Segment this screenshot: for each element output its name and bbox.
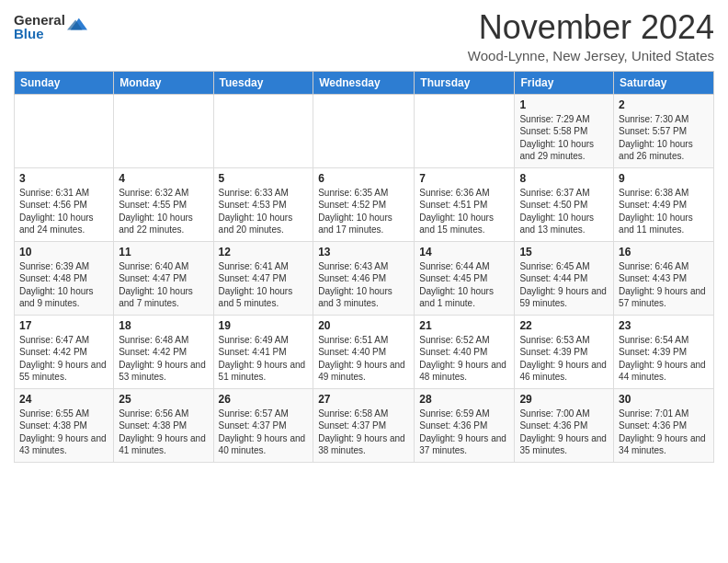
header: General Blue November 2024 Wood-Lynne, N… <box>14 9 714 63</box>
day-number: 6 <box>318 172 409 185</box>
day-number: 12 <box>219 246 309 259</box>
day-number: 19 <box>219 319 309 332</box>
day-info: Sunrise: 6:41 AM Sunset: 4:47 PM Dayligh… <box>219 260 309 310</box>
table-row: 10Sunrise: 6:39 AM Sunset: 4:48 PM Dayli… <box>15 241 114 315</box>
calendar-week-4: 17Sunrise: 6:47 AM Sunset: 4:42 PM Dayli… <box>15 315 714 388</box>
day-info: Sunrise: 7:29 AM Sunset: 5:58 PM Dayligh… <box>519 113 609 163</box>
logo: General Blue <box>14 13 87 40</box>
day-number: 13 <box>318 246 409 259</box>
day-info: Sunrise: 6:33 AM Sunset: 4:53 PM Dayligh… <box>219 187 309 236</box>
day-info: Sunrise: 7:30 AM Sunset: 5:57 PM Dayligh… <box>619 113 709 163</box>
table-row <box>313 94 415 167</box>
day-number: 24 <box>19 393 108 406</box>
table-row <box>15 94 114 167</box>
day-number: 10 <box>19 246 108 259</box>
day-number: 1 <box>519 98 609 111</box>
day-info: Sunrise: 6:52 AM Sunset: 4:40 PM Dayligh… <box>419 334 509 384</box>
day-info: Sunrise: 6:59 AM Sunset: 4:36 PM Dayligh… <box>419 408 509 457</box>
day-number: 29 <box>519 393 609 406</box>
table-row: 16Sunrise: 6:46 AM Sunset: 4:43 PM Dayli… <box>614 241 714 315</box>
day-info: Sunrise: 6:51 AM Sunset: 4:40 PM Dayligh… <box>318 334 409 384</box>
day-info: Sunrise: 6:46 AM Sunset: 4:43 PM Dayligh… <box>619 260 709 310</box>
location-title: Wood-Lynne, New Jersey, United States <box>468 48 714 63</box>
table-row: 27Sunrise: 6:58 AM Sunset: 4:37 PM Dayli… <box>313 388 415 462</box>
day-info: Sunrise: 6:38 AM Sunset: 4:49 PM Dayligh… <box>619 187 709 236</box>
day-info: Sunrise: 6:54 AM Sunset: 4:39 PM Dayligh… <box>619 334 709 384</box>
day-number: 27 <box>318 393 409 406</box>
calendar-week-5: 24Sunrise: 6:55 AM Sunset: 4:38 PM Dayli… <box>15 388 714 462</box>
day-number: 22 <box>519 319 609 332</box>
day-number: 16 <box>619 246 709 259</box>
table-row: 25Sunrise: 6:56 AM Sunset: 4:38 PM Dayli… <box>114 388 213 462</box>
col-friday: Friday <box>515 71 614 94</box>
table-row: 1Sunrise: 7:29 AM Sunset: 5:58 PM Daylig… <box>515 94 614 167</box>
day-number: 9 <box>619 172 709 185</box>
calendar-table: Sunday Monday Tuesday Wednesday Thursday… <box>14 71 714 463</box>
day-number: 21 <box>419 319 509 332</box>
day-number: 25 <box>119 393 208 406</box>
table-row: 29Sunrise: 7:00 AM Sunset: 4:36 PM Dayli… <box>515 388 614 462</box>
day-info: Sunrise: 6:53 AM Sunset: 4:39 PM Dayligh… <box>519 334 609 384</box>
col-tuesday: Tuesday <box>213 71 313 94</box>
table-row: 7Sunrise: 6:36 AM Sunset: 4:51 PM Daylig… <box>415 167 515 241</box>
col-saturday: Saturday <box>614 71 714 94</box>
logo-blue-text: Blue <box>14 27 65 40</box>
col-wednesday: Wednesday <box>313 71 415 94</box>
table-row: 21Sunrise: 6:52 AM Sunset: 4:40 PM Dayli… <box>415 315 515 388</box>
calendar-header-row: Sunday Monday Tuesday Wednesday Thursday… <box>15 71 714 94</box>
day-info: Sunrise: 7:01 AM Sunset: 4:36 PM Dayligh… <box>619 408 709 457</box>
day-info: Sunrise: 6:35 AM Sunset: 4:52 PM Dayligh… <box>318 187 409 236</box>
table-row: 8Sunrise: 6:37 AM Sunset: 4:50 PM Daylig… <box>515 167 614 241</box>
day-info: Sunrise: 6:39 AM Sunset: 4:48 PM Dayligh… <box>19 260 108 310</box>
table-row: 17Sunrise: 6:47 AM Sunset: 4:42 PM Dayli… <box>15 315 114 388</box>
table-row: 2Sunrise: 7:30 AM Sunset: 5:57 PM Daylig… <box>614 94 714 167</box>
calendar-week-2: 3Sunrise: 6:31 AM Sunset: 4:56 PM Daylig… <box>15 167 714 241</box>
table-row: 19Sunrise: 6:49 AM Sunset: 4:41 PM Dayli… <box>213 315 313 388</box>
day-number: 23 <box>619 319 709 332</box>
day-number: 26 <box>219 393 309 406</box>
table-row: 4Sunrise: 6:32 AM Sunset: 4:55 PM Daylig… <box>114 167 213 241</box>
day-info: Sunrise: 6:37 AM Sunset: 4:50 PM Dayligh… <box>519 187 609 236</box>
day-number: 7 <box>419 172 509 185</box>
day-info: Sunrise: 6:56 AM Sunset: 4:38 PM Dayligh… <box>119 408 208 457</box>
day-info: Sunrise: 6:44 AM Sunset: 4:45 PM Dayligh… <box>419 260 509 310</box>
table-row: 24Sunrise: 6:55 AM Sunset: 4:38 PM Dayli… <box>15 388 114 462</box>
day-info: Sunrise: 6:48 AM Sunset: 4:42 PM Dayligh… <box>119 334 208 384</box>
table-row: 12Sunrise: 6:41 AM Sunset: 4:47 PM Dayli… <box>213 241 313 315</box>
table-row: 14Sunrise: 6:44 AM Sunset: 4:45 PM Dayli… <box>415 241 515 315</box>
table-row: 26Sunrise: 6:57 AM Sunset: 4:37 PM Dayli… <box>213 388 313 462</box>
table-row: 20Sunrise: 6:51 AM Sunset: 4:40 PM Dayli… <box>313 315 415 388</box>
day-info: Sunrise: 7:00 AM Sunset: 4:36 PM Dayligh… <box>519 408 609 457</box>
day-info: Sunrise: 6:40 AM Sunset: 4:47 PM Dayligh… <box>119 260 208 310</box>
col-monday: Monday <box>114 71 213 94</box>
day-number: 5 <box>219 172 309 185</box>
day-number: 20 <box>318 319 409 332</box>
col-thursday: Thursday <box>415 71 515 94</box>
day-number: 8 <box>519 172 609 185</box>
day-number: 14 <box>419 246 509 259</box>
day-info: Sunrise: 6:32 AM Sunset: 4:55 PM Dayligh… <box>119 187 208 236</box>
table-row: 30Sunrise: 7:01 AM Sunset: 4:36 PM Dayli… <box>614 388 714 462</box>
day-number: 11 <box>119 246 208 259</box>
day-info: Sunrise: 6:47 AM Sunset: 4:42 PM Dayligh… <box>19 334 108 384</box>
table-row: 11Sunrise: 6:40 AM Sunset: 4:47 PM Dayli… <box>114 241 213 315</box>
col-sunday: Sunday <box>15 71 114 94</box>
table-row: 5Sunrise: 6:33 AM Sunset: 4:53 PM Daylig… <box>213 167 313 241</box>
table-row <box>213 94 313 167</box>
day-number: 28 <box>419 393 509 406</box>
day-number: 17 <box>19 319 108 332</box>
table-row: 15Sunrise: 6:45 AM Sunset: 4:44 PM Dayli… <box>515 241 614 315</box>
day-info: Sunrise: 6:55 AM Sunset: 4:38 PM Dayligh… <box>19 408 108 457</box>
table-row: 28Sunrise: 6:59 AM Sunset: 4:36 PM Dayli… <box>415 388 515 462</box>
table-row <box>415 94 515 167</box>
day-number: 15 <box>519 246 609 259</box>
table-row: 23Sunrise: 6:54 AM Sunset: 4:39 PM Dayli… <box>614 315 714 388</box>
table-row: 3Sunrise: 6:31 AM Sunset: 4:56 PM Daylig… <box>15 167 114 241</box>
logo-general-text: General <box>14 13 65 27</box>
day-number: 2 <box>619 98 709 111</box>
month-title: November 2024 <box>468 9 714 46</box>
table-row: 18Sunrise: 6:48 AM Sunset: 4:42 PM Dayli… <box>114 315 213 388</box>
day-number: 4 <box>119 172 208 185</box>
day-info: Sunrise: 6:43 AM Sunset: 4:46 PM Dayligh… <box>318 260 409 310</box>
calendar-week-3: 10Sunrise: 6:39 AM Sunset: 4:48 PM Dayli… <box>15 241 714 315</box>
